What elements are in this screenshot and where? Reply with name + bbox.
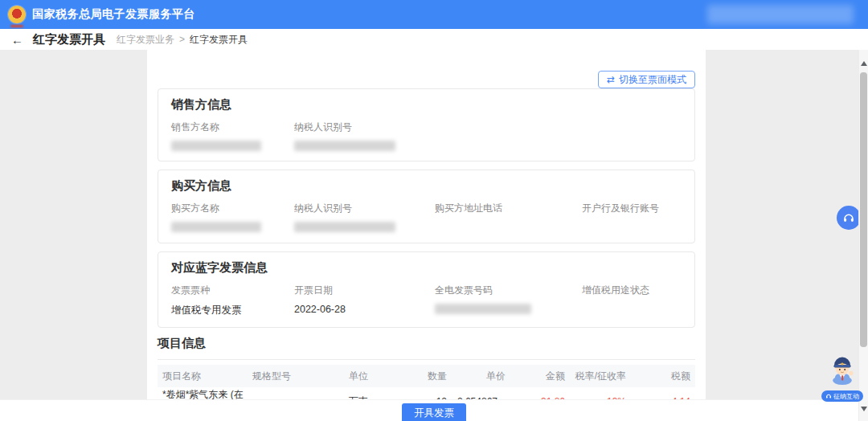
field-label: 购买方名称: [171, 202, 294, 215]
toolbar-row: ⇄ 切换至票面模式: [158, 50, 695, 88]
service-badge-label: 征纳互动: [833, 392, 859, 401]
invoice-number-field: 全电发票号码: [435, 284, 582, 317]
main-panel: ⇄ 切换至票面模式 销售方信息 销售方名称 纳税人识别号 购买方信息: [147, 50, 706, 399]
issue-invoice-button[interactable]: 开具发票: [402, 403, 466, 421]
tax-emblem-icon: [8, 6, 26, 23]
field-value: [435, 222, 582, 233]
field-value: [582, 304, 682, 315]
sub-header: ← 红字发票开具 红字发票业务 > 红字发票开具: [0, 29, 868, 50]
items-table-header: 项目名称 规格型号 单位 数量 单价 金额 税率/征收率 税额: [158, 365, 695, 387]
masked-value: [171, 222, 261, 232]
col-tax-rate: 税率/征收率: [565, 370, 626, 383]
back-arrow-icon[interactable]: ←: [11, 34, 23, 46]
masked-value: [435, 304, 531, 314]
scroll-down-arrow-icon[interactable]: [861, 407, 867, 411]
mascot-assistant[interactable]: 征纳互动: [821, 354, 863, 403]
masked-value: [294, 222, 395, 232]
field-label: 开票日期: [294, 284, 435, 297]
field-label: 销售方名称: [171, 121, 294, 134]
buyer-taxid-field: 纳税人识别号: [294, 202, 435, 233]
field-label: 增值税用途状态: [582, 284, 682, 297]
col-unit: 单位: [349, 370, 399, 383]
content-area: ⇄ 切换至票面模式 销售方信息 销售方名称 纳税人识别号 购买方信息: [0, 50, 868, 399]
col-amount: 金额: [506, 370, 565, 383]
masked-value: [171, 141, 261, 151]
headset-icon: [842, 211, 855, 224]
user-info-masked[interactable]: [707, 5, 854, 24]
seller-info-card: 销售方信息 销售方名称 纳税人识别号: [158, 88, 695, 161]
breadcrumb-parent[interactable]: 红字发票业务: [117, 33, 174, 47]
switch-mode-label: 切换至票面模式: [619, 73, 686, 87]
breadcrumb-current: 红字发票开具: [190, 33, 248, 47]
buyer-info-card: 购买方信息 购买方名称 纳税人识别号 购买方地址电话 开户行及银行账号: [158, 170, 695, 243]
buyer-section-title: 购买方信息: [171, 178, 682, 194]
col-tax-amount: 税额: [626, 370, 690, 383]
divider: [158, 359, 695, 360]
field-label: 纳税人识别号: [294, 121, 435, 134]
col-item-name: 项目名称: [162, 370, 252, 383]
field-value: 2022-06-28: [294, 304, 435, 315]
headset-icon: [825, 393, 832, 399]
scrollbar-thumb[interactable]: [860, 72, 867, 347]
breadcrumb-separator: >: [179, 34, 185, 45]
buyer-name-field: 购买方名称: [171, 202, 294, 233]
field-label: 购买方地址电话: [435, 202, 582, 215]
blue-invoice-section-title: 对应蓝字发票信息: [171, 260, 682, 276]
field-value: 增值税专用发票: [171, 304, 294, 317]
col-quantity: 数量: [399, 370, 447, 383]
seller-name-field: 销售方名称: [171, 121, 294, 151]
breadcrumb: 红字发票业务 > 红字发票开具: [117, 33, 248, 47]
blue-invoice-info-card: 对应蓝字发票信息 发票票种 增值税专用发票 开票日期 2022-06-28 全电…: [158, 251, 695, 328]
footer-bar: 开具发票: [0, 399, 868, 421]
col-spec: 规格型号: [252, 370, 349, 383]
scroll-up-arrow-icon[interactable]: [861, 61, 867, 66]
field-label: 全电发票号码: [435, 284, 582, 297]
field-label: 开户行及银行账号: [582, 202, 682, 215]
vat-usage-status-field: 增值税用途状态: [582, 284, 682, 317]
app-title: 国家税务总局电子发票服务平台: [32, 7, 195, 22]
buyer-bank-field: 开户行及银行账号: [582, 202, 682, 233]
field-value: [582, 222, 682, 233]
service-badge[interactable]: 征纳互动: [821, 390, 863, 402]
invoice-type-field: 发票票种 增值税专用发票: [171, 284, 294, 317]
seller-section-title: 销售方信息: [171, 97, 682, 112]
col-unit-price: 单价: [447, 370, 506, 383]
customer-service-button[interactable]: [837, 206, 861, 230]
items-section-title: 项目信息: [158, 336, 695, 351]
switch-mode-icon: ⇄: [607, 75, 615, 84]
switch-view-mode-button[interactable]: ⇄ 切换至票面模式: [598, 71, 695, 88]
mascot-figure-icon: [825, 354, 860, 385]
app-header: 国家税务总局电子发票服务平台: [0, 0, 868, 29]
page-title: 红字发票开具: [33, 32, 105, 47]
field-label: 纳税人识别号: [294, 202, 435, 215]
field-label: 发票票种: [171, 284, 294, 297]
masked-value: [294, 141, 395, 151]
invoice-date-field: 开票日期 2022-06-28: [294, 284, 435, 317]
buyer-address-field: 购买方地址电话: [435, 202, 582, 233]
seller-taxid-field: 纳税人识别号: [294, 121, 435, 151]
